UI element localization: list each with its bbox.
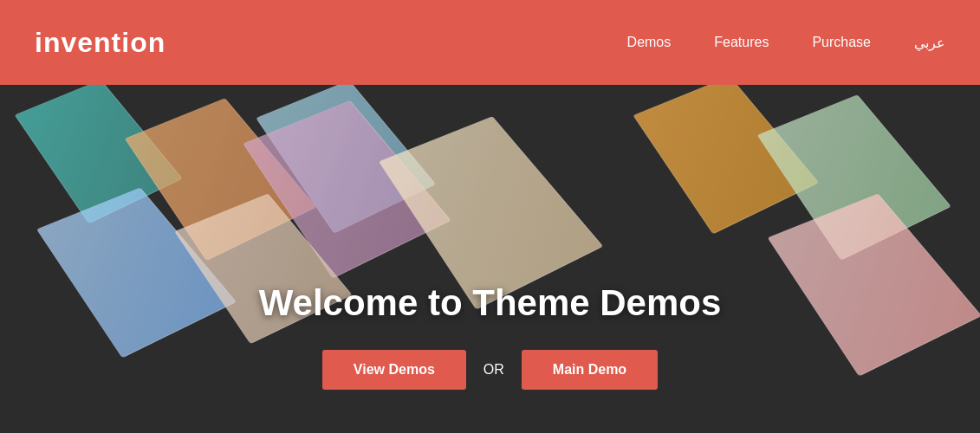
or-separator: OR	[484, 362, 504, 378]
site-header: invention Demos Features Purchase عربي	[0, 0, 980, 85]
main-nav: Demos Features Purchase عربي	[627, 35, 945, 51]
hero-buttons: View Demos OR Main Demo	[322, 350, 658, 390]
mockup-card	[379, 116, 603, 309]
nav-features[interactable]: Features	[714, 35, 769, 50]
nav-arabic[interactable]: عربي	[914, 35, 945, 51]
main-demo-button[interactable]: Main Demo	[522, 350, 658, 390]
nav-demos[interactable]: Demos	[627, 35, 672, 50]
site-logo[interactable]: invention	[35, 27, 165, 59]
view-demos-button[interactable]: View Demos	[322, 350, 466, 390]
hero-title: Welcome to Theme Demos	[259, 282, 722, 324]
hero-content: Welcome to Theme Demos View Demos OR Mai…	[259, 282, 722, 390]
hero-section: Welcome to Theme Demos View Demos OR Mai…	[0, 85, 980, 433]
nav-purchase[interactable]: Purchase	[812, 35, 871, 50]
mockup-row-5	[802, 178, 937, 372]
